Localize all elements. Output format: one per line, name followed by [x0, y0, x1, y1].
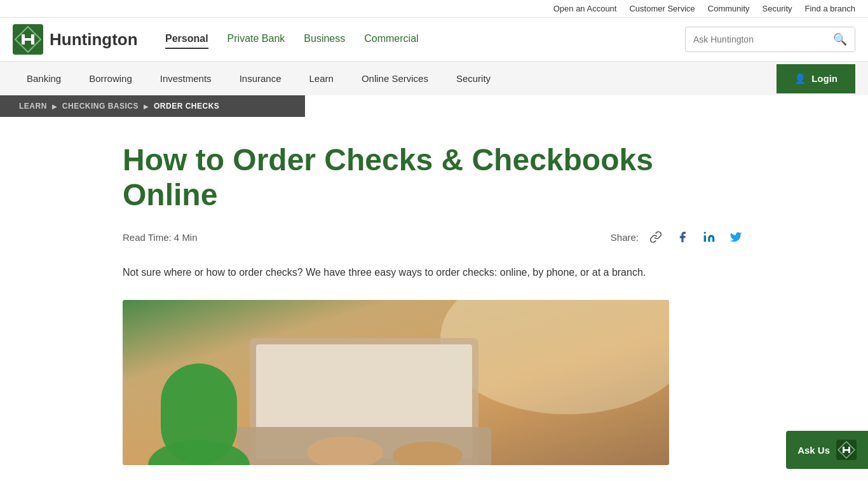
main-content: How to Order Checks & Checkbooks Online … — [85, 117, 783, 488]
user-icon: 👤 — [794, 73, 806, 85]
search-bar: 🔍 — [685, 27, 855, 52]
share-label: Share: — [611, 232, 639, 243]
nav-personal[interactable]: Personal — [165, 30, 208, 49]
nav-insurance[interactable]: Insurance — [226, 62, 295, 95]
article-intro: Not sure where or how to order checks? W… — [123, 264, 745, 281]
breadcrumb-separator-1: ▶ — [52, 103, 57, 110]
ask-us-widget[interactable]: Ask Us — [786, 431, 868, 469]
nav-learn[interactable]: Learn — [295, 62, 348, 95]
share-row: Share: — [611, 227, 745, 247]
article-image-svg — [123, 300, 669, 465]
main-nav: Personal Private Bank Business Commercia… — [165, 30, 660, 49]
breadcrumb-checking-basics[interactable]: CHECKING BASICS — [62, 102, 139, 111]
login-button[interactable]: 👤 Login — [776, 64, 855, 93]
nav-private-bank[interactable]: Private Bank — [227, 30, 285, 49]
search-input[interactable] — [686, 29, 825, 50]
ask-us-label: Ask Us — [797, 445, 830, 456]
facebook-share-icon[interactable] — [673, 227, 692, 247]
utility-bar: Open an Account Customer Service Communi… — [0, 0, 868, 18]
twitter-share-icon[interactable] — [726, 227, 745, 247]
svg-rect-20 — [843, 449, 850, 451]
svg-point-6 — [704, 232, 706, 234]
breadcrumb-current: ORDER CHECKS — [154, 102, 219, 111]
nav-business[interactable]: Business — [304, 30, 345, 49]
breadcrumb-separator-2: ▶ — [144, 103, 149, 110]
nav-banking[interactable]: Banking — [13, 62, 75, 95]
logo[interactable]: Huntington — [13, 24, 140, 55]
secondary-nav: Banking Borrowing Investments Insurance … — [0, 62, 868, 95]
header: Huntington Personal Private Bank Busines… — [0, 18, 868, 62]
breadcrumb-learn[interactable]: LEARN — [19, 102, 47, 111]
find-branch-link[interactable]: Find a branch — [805, 4, 856, 13]
link-share-icon[interactable] — [646, 227, 665, 247]
secondary-nav-links: Banking Borrowing Investments Insurance … — [13, 62, 776, 95]
logo-text: Huntington — [50, 30, 138, 50]
nav-security[interactable]: Security — [442, 62, 505, 95]
huntington-widget-icon — [836, 440, 857, 460]
search-button[interactable]: 🔍 — [825, 27, 855, 51]
article-meta: Read Time: 4 Min Share: — [123, 227, 745, 247]
svg-rect-5 — [704, 236, 706, 242]
nav-online-services[interactable]: Online Services — [348, 62, 442, 95]
article-title: How to Order Checks & Checkbooks Online — [123, 142, 745, 212]
huntington-logo-icon — [13, 24, 43, 55]
security-utility-link[interactable]: Security — [763, 4, 792, 13]
nav-borrowing[interactable]: Borrowing — [75, 62, 146, 95]
customer-service-link[interactable]: Customer Service — [629, 4, 695, 13]
breadcrumb: LEARN ▶ CHECKING BASICS ▶ ORDER CHECKS — [0, 95, 305, 117]
open-account-link[interactable]: Open an Account — [553, 4, 617, 13]
search-icon: 🔍 — [833, 33, 847, 46]
community-link[interactable]: Community — [708, 4, 750, 13]
nav-investments[interactable]: Investments — [146, 62, 226, 95]
linkedin-share-icon[interactable] — [700, 227, 719, 247]
svg-rect-4 — [22, 38, 34, 41]
nav-commercial[interactable]: Commercial — [364, 30, 418, 49]
article-image — [123, 300, 669, 465]
read-time: Read Time: 4 Min — [123, 232, 198, 243]
